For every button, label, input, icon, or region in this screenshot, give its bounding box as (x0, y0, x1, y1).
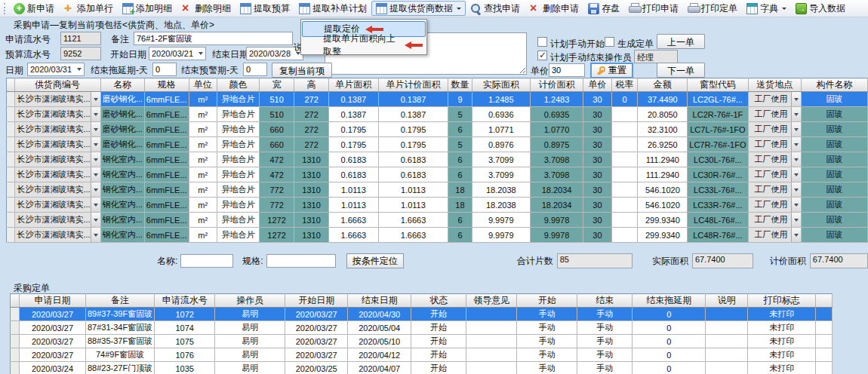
grid-cell[interactable]: LC48R-76#... (688, 228, 748, 243)
orders-cell[interactable] (706, 308, 748, 321)
grid-cell-combo[interactable]: 工厂使用 (748, 122, 801, 137)
grid-cell[interactable]: 6mmFLE... (144, 198, 189, 213)
chevron-down-icon[interactable] (91, 228, 100, 242)
grid-cell[interactable]: 0.1795 (328, 122, 378, 137)
grid-cell[interactable]: 1310 (294, 182, 329, 198)
grid-cell[interactable]: 1310 (294, 152, 329, 167)
grid-cell[interactable]: 1.0113 (378, 198, 448, 213)
grid-cell[interactable]: 30 (583, 122, 611, 137)
grid-cell[interactable]: 异地合片 (217, 152, 259, 167)
grid-cell[interactable] (611, 167, 638, 182)
chevron-down-icon[interactable] (791, 92, 801, 106)
grid-cell[interactable]: 1.0113 (328, 198, 378, 213)
orders-cell[interactable]: 1076 (155, 348, 215, 362)
delay-input[interactable] (152, 63, 177, 76)
generate-order-checkbox[interactable] (605, 37, 614, 47)
orders-cell[interactable]: 手动 (577, 348, 633, 362)
grid-cell-combo[interactable]: 长沙市潇湘玻璃实... (14, 107, 100, 122)
grid-cell[interactable]: 6mmFLE... (144, 137, 189, 152)
grid-cell[interactable]: 0.6936 (472, 107, 530, 122)
grid-cell[interactable]: 1.0771 (472, 122, 530, 137)
orders-cell[interactable]: 手动 (517, 335, 577, 348)
grid-cell[interactable]: 30 (583, 107, 611, 122)
table-row[interactable]: 长沙市潇湘玻璃实...磨砂钢化...6mmFLE...m²异地合片6602720… (7, 137, 868, 152)
orders-cell[interactable]: 开始 (411, 335, 466, 348)
chevron-down-icon[interactable] (74, 63, 84, 75)
grid-cell[interactable]: 18.2034 (530, 182, 583, 198)
grid-cell[interactable]: 固玻 (801, 92, 867, 107)
table-row[interactable]: 2020/03/2488#23-27F门顶玻1035易明2020/03/2520… (11, 362, 833, 374)
orders-cell[interactable]: 易明 (215, 321, 285, 335)
grid-cell[interactable]: 111.2940 (638, 152, 688, 167)
grid-cell[interactable]: 9.9979 (472, 228, 530, 243)
orders-cell[interactable]: 手动 (517, 321, 577, 335)
grid-cell[interactable]: 272 (294, 122, 329, 137)
grid-cell[interactable] (611, 122, 638, 137)
chevron-down-icon[interactable] (91, 92, 100, 106)
grid-cell[interactable]: 299.9340 (638, 213, 688, 228)
orders-cell[interactable]: 88#23-27F门顶玻 (86, 362, 155, 374)
orders-cell[interactable]: 未打印 (748, 348, 816, 362)
grid-cell[interactable]: 1.0113 (328, 182, 378, 198)
chevron-down-icon[interactable] (91, 152, 100, 167)
toolbar-button-print-order[interactable]: 打印定单 (683, 1, 742, 16)
grid-cell[interactable]: 磨砂钢化... (100, 122, 144, 137)
table-row[interactable]: 长沙市潇湘玻璃实...钢化室内...6mmFLE...m²异地合片7721310… (7, 198, 868, 213)
grid-cell[interactable]: 异地合片 (217, 228, 259, 243)
grid-cell[interactable] (611, 107, 638, 122)
filter-spec-input[interactable] (266, 254, 336, 268)
orders-cell[interactable]: 手动 (517, 348, 577, 362)
grid-cell[interactable]: LC7L-76#-1FO (688, 122, 748, 137)
grid-cell[interactable]: 272 (294, 107, 329, 122)
grid-cell[interactable]: 18.2038 (472, 182, 530, 198)
grid-cell[interactable]: 固玻 (801, 198, 867, 213)
grid-cell[interactable]: 5 (448, 107, 472, 122)
toolbar-button-new-request[interactable]: 新申请 (9, 1, 59, 16)
grid-cell[interactable]: 固玻 (801, 137, 867, 152)
locate-by-condition-button[interactable]: 按条件定位 (346, 253, 404, 268)
grid-cell[interactable]: 510 (259, 107, 294, 122)
grid-cell[interactable]: 772 (259, 198, 294, 213)
grid-cell[interactable]: 1.6663 (328, 213, 378, 228)
grid-cell[interactable]: 472 (259, 167, 294, 182)
orders-cell[interactable]: 2020/03/27 (285, 308, 348, 321)
table-row[interactable]: 长沙市潇湘玻璃实...钢化室内...6mmFLE...m²异地合片4721310… (7, 152, 868, 167)
grid-cell[interactable]: 30 (583, 92, 611, 107)
toolbar-button-print-request[interactable]: 打印申请 (624, 1, 683, 16)
table-row[interactable]: 2020/03/2788#35-37F窗固玻1075易明2020/03/2720… (11, 335, 833, 348)
chevron-down-icon[interactable] (791, 167, 801, 182)
grid-cell-combo[interactable]: 工厂使用 (748, 213, 801, 228)
grid-cell-combo[interactable]: 长沙市潇湘玻璃实... (14, 92, 100, 107)
grid-cell[interactable]: 9.9978 (530, 213, 583, 228)
grid-cell[interactable]: m² (189, 167, 217, 182)
grid-cell[interactable]: 3.7098 (530, 167, 583, 182)
orders-cell[interactable]: 2020/05/10 (348, 335, 411, 348)
orders-cell[interactable] (706, 321, 748, 335)
chevron-down-icon[interactable] (791, 228, 801, 242)
orders-cell[interactable]: 2020/03/27 (20, 335, 86, 348)
grid-cell-combo[interactable]: 长沙市潇湘玻璃实... (14, 167, 100, 182)
grid-cell[interactable]: 18 (448, 182, 472, 198)
table-row[interactable]: 2020/03/2789#37-39F窗固玻1072易明2020/03/2720… (11, 308, 833, 321)
grid-cell[interactable]: 20.8050 (638, 107, 688, 122)
grid-cell[interactable]: 1310 (294, 213, 329, 228)
orders-cell[interactable]: 手动 (517, 308, 577, 321)
toolbar-button-extract-supplier-data[interactable]: 提取供货商数据 (371, 1, 466, 16)
grid-cell-combo[interactable]: 长沙市潇湘玻璃实... (14, 152, 100, 167)
toolbar-button-extract-supplement-plan[interactable]: 提取补单计划 (294, 1, 371, 16)
grid-cell[interactable]: 18.2038 (472, 198, 530, 213)
grid-cell-combo[interactable]: 工厂使用 (748, 152, 801, 167)
grid-cell[interactable]: 钢化室内... (100, 152, 144, 167)
grid-cell[interactable]: LC2R-76#-1F (688, 107, 748, 122)
grid-cell[interactable]: 固玻 (801, 182, 867, 198)
unit-price-input[interactable] (549, 63, 585, 77)
grid-cell[interactable]: 固玻 (801, 213, 867, 228)
chevron-down-icon[interactable] (791, 137, 801, 152)
grid-cell[interactable]: 6mmFLE... (144, 92, 189, 107)
orders-cell[interactable]: 74#9F窗固玻 (86, 348, 155, 362)
grid-cell[interactable]: 1310 (294, 228, 329, 243)
grid-cell[interactable]: m² (189, 228, 217, 243)
grid-cell[interactable] (611, 137, 638, 152)
toolbar-button-dictionary[interactable]: 字典 (742, 1, 791, 16)
grid-cell[interactable]: 18 (448, 198, 472, 213)
